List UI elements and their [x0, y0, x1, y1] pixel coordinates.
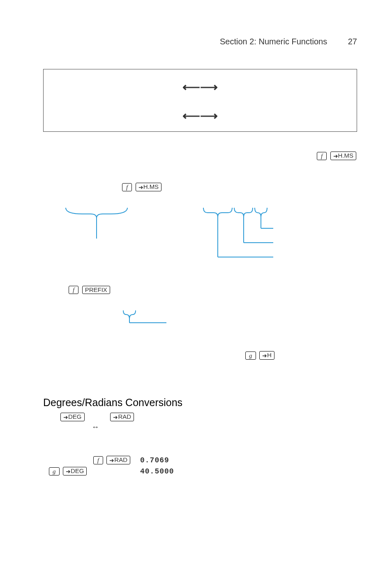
bracket-left-icon [62, 204, 131, 249]
f-key: f [122, 183, 132, 191]
hms-key: ➜H.MS [330, 152, 357, 160]
prefix-key: PREFIX [82, 286, 110, 294]
g-key: g [245, 351, 256, 360]
deg-key: ➜DEG [63, 467, 87, 475]
rad-key: ➜RAD [110, 413, 134, 421]
degrees-radians-heading: Degrees/Radians Conversions [43, 397, 357, 409]
deg-key: ➜DEG [60, 413, 85, 421]
g-key: g [49, 467, 60, 475]
page-header: Section 2: Numeric Functions 27 [43, 37, 357, 46]
f-key: f [317, 152, 327, 160]
table-row: g ➜DEG 40.5000 [44, 466, 178, 476]
f-key: f [69, 286, 78, 294]
table-row: f ➜RAD 0.7069 [44, 455, 178, 465]
key-sequence-mid: f ➜H.MS [121, 183, 357, 191]
h-key: ➜H [259, 351, 274, 360]
key-sequence-prefix: f PREFIX [68, 286, 357, 294]
double-arrow-small-icon: ↔ [92, 423, 99, 431]
deg-rad-keys: ➜DEG ➜RAD ↔ [60, 413, 357, 432]
conversion-box: ⟵⟶ ⟵⟶ [43, 69, 357, 132]
bracket-small-icon [121, 308, 175, 325]
section-title: Section 2: Numeric Functions [220, 37, 327, 46]
hms-key: ➜H.MS [136, 183, 162, 191]
rad-key: ➜RAD [106, 456, 130, 464]
f-key: f [93, 456, 103, 464]
small-bracket [121, 308, 357, 326]
key-sequence-right: f ➜H.MS [43, 152, 357, 160]
example-table: f ➜RAD 0.7069 g ➜DEG 40.5000 [43, 454, 179, 477]
key-sequence-gh: g ➜H [244, 351, 357, 360]
bracket-right-icon [199, 204, 290, 265]
bracket-diagram [43, 204, 357, 269]
page-number: 27 [348, 37, 357, 46]
double-arrow-icon: ⟵⟶ [182, 108, 218, 123]
double-arrow-icon: ⟵⟶ [182, 80, 218, 94]
result-value: 40.5000 [136, 466, 178, 476]
result-value: 0.7069 [136, 455, 178, 465]
